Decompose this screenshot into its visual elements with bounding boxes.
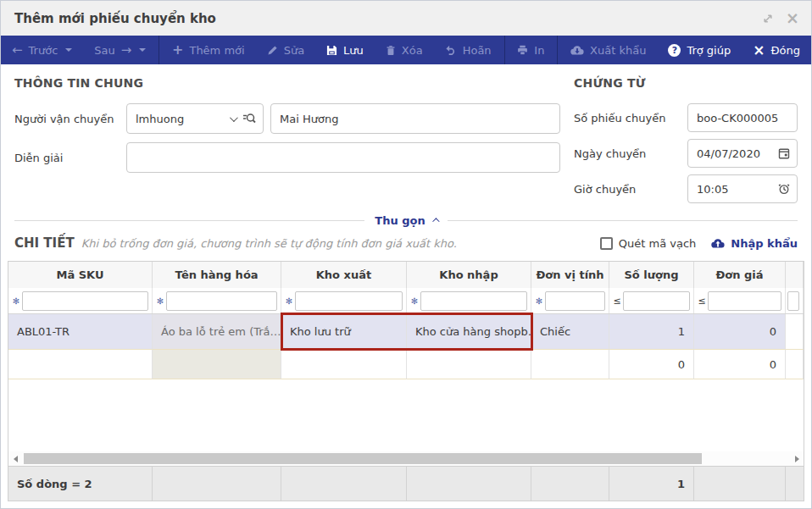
undo-icon <box>445 45 457 55</box>
transfer-time-input[interactable] <box>688 175 778 202</box>
filter-lte-icon[interactable]: ≤ <box>696 296 708 307</box>
description-label: Diễn giải <box>14 152 126 164</box>
cell-product[interactable]: Áo ba lỗ trẻ em (Trắ… <box>153 314 281 350</box>
cell-sku[interactable]: ABL01-TR <box>8 314 153 350</box>
footer-cell <box>153 467 281 501</box>
filter-contains-icon[interactable]: ✻ <box>533 296 545 306</box>
edit-button[interactable]: Sửa <box>256 36 315 64</box>
horizontal-scrollbar <box>8 451 804 466</box>
collapse-divider: Thu gọn <box>14 212 798 229</box>
filter-from-input[interactable] <box>295 291 403 311</box>
filter-unit-input[interactable] <box>545 291 605 311</box>
filter-extra-input[interactable] <box>787 291 799 311</box>
general-info-heading: THÔNG TIN CHUNG <box>14 76 560 90</box>
print-label: In <box>534 44 544 57</box>
search-icon[interactable] <box>242 112 256 125</box>
cell-price[interactable]: 0 <box>694 314 786 350</box>
filter-to-input[interactable] <box>420 291 527 311</box>
help-icon: ? <box>668 44 681 57</box>
document-heading: CHỨNG TỪ <box>574 76 798 90</box>
grid-row-2[interactable]: 0 0 <box>8 350 804 379</box>
filter-sku-input[interactable] <box>22 291 148 311</box>
carrier-combobox[interactable]: lmhuong <box>126 103 264 134</box>
close-button[interactable]: × Đóng <box>742 36 811 64</box>
scrollbar-track[interactable] <box>22 451 790 466</box>
cell-from-warehouse[interactable] <box>281 350 407 379</box>
col-header-qty[interactable]: Số lượng <box>609 262 694 288</box>
dialog-titlebar: Thêm mới phiếu chuyển kho × <box>1 1 811 36</box>
general-info-panel: THÔNG TIN CHUNG Người vận chuyển lmhuong <box>14 76 560 210</box>
cell-product[interactable] <box>153 350 281 379</box>
filter-contains-icon[interactable]: ✻ <box>10 296 22 306</box>
filter-qty-input[interactable] <box>623 291 690 311</box>
filter-lte-icon[interactable]: ≤ <box>611 296 623 307</box>
divider-line <box>14 220 364 221</box>
add-button[interactable]: + Thêm mới <box>161 36 256 64</box>
toolbar-separator <box>159 36 159 64</box>
grid-empty-area <box>8 379 804 451</box>
filter-contains-icon[interactable]: ✻ <box>409 296 420 306</box>
col-header-product[interactable]: Tên hàng hóa <box>153 262 281 288</box>
footer-cell <box>531 467 609 501</box>
undo-button[interactable]: Hoãn <box>434 36 503 64</box>
caret-down-icon <box>65 48 72 52</box>
cell-unit[interactable]: Chiếc <box>531 314 609 350</box>
detail-grid: Mã SKU Tên hàng hóa Kho xuất Kho nhập Đơ… <box>8 261 804 501</box>
next-button[interactable]: Sau → <box>83 36 157 64</box>
print-button[interactable]: In <box>506 36 555 64</box>
description-input[interactable] <box>126 142 560 173</box>
calendar-icon[interactable] <box>778 147 790 159</box>
plus-icon: + <box>172 43 183 57</box>
qty-total-value: 1 <box>609 467 694 501</box>
grid-row-1[interactable]: ABL01-TR Áo ba lỗ trẻ em (Trắ… Kho lưu t… <box>8 314 804 350</box>
delete-button[interactable]: Xóa <box>375 36 434 64</box>
save-icon <box>326 45 337 56</box>
col-header-sku[interactable]: Mã SKU <box>8 262 153 288</box>
import-button[interactable]: Nhập khẩu <box>711 237 798 250</box>
col-header-from-warehouse[interactable]: Kho xuất <box>281 262 407 288</box>
prev-button[interactable]: ← Trước <box>1 36 83 64</box>
filter-product-input[interactable] <box>166 291 277 311</box>
cell-unit[interactable] <box>531 350 609 379</box>
cell-from-warehouse[interactable]: Kho lưu trữ <box>281 314 407 350</box>
barcode-checkbox-wrap[interactable]: Quét mã vạch <box>600 237 697 250</box>
cell-qty[interactable]: 1 <box>609 314 694 350</box>
filter-price-input[interactable] <box>708 291 781 311</box>
scroll-right-icon[interactable] <box>790 451 804 466</box>
col-header-to-warehouse[interactable]: Kho nhập <box>407 262 531 288</box>
form-section: THÔNG TIN CHUNG Người vận chuyển lmhuong <box>1 64 811 210</box>
col-header-extra <box>786 262 804 288</box>
cell-sku[interactable] <box>8 350 153 379</box>
scroll-left-icon[interactable] <box>8 451 22 466</box>
cell-price[interactable]: 0 <box>694 350 786 379</box>
col-header-unit[interactable]: Đơn vị tính <box>531 262 609 288</box>
toolbar-separator <box>557 36 558 64</box>
cell-qty[interactable]: 0 <box>609 350 694 379</box>
collapse-toggle[interactable]: Thu gọn <box>375 214 437 227</box>
carrier-name-input[interactable] <box>270 103 560 134</box>
close-icon[interactable]: × <box>786 10 799 26</box>
detail-hint: Khi bỏ trống đơn giá, chương trình sẽ tự… <box>81 237 600 250</box>
transfer-dialog: Thêm mới phiếu chuyển kho × ← Trước Sau … <box>0 0 812 509</box>
pencil-icon <box>267 45 278 56</box>
cell-extra <box>786 314 804 350</box>
filter-contains-icon[interactable]: ✻ <box>283 296 295 306</box>
maximize-icon[interactable] <box>762 13 774 25</box>
footer-cell <box>694 467 786 501</box>
add-label: Thêm mới <box>189 44 244 57</box>
cloud-upload-icon <box>711 238 725 248</box>
scrollbar-thumb[interactable] <box>24 453 702 464</box>
clock-icon[interactable] <box>778 183 790 195</box>
cell-to-warehouse[interactable]: Kho cửa hàng shopb… <box>407 314 531 350</box>
transfer-date-input[interactable] <box>688 140 778 167</box>
filter-contains-icon[interactable]: ✻ <box>154 296 166 306</box>
doc-number-input[interactable] <box>687 103 798 132</box>
toolbar-separator <box>504 36 505 64</box>
barcode-label: Quét mã vạch <box>619 237 697 250</box>
export-button[interactable]: Xuất khẩu <box>559 36 657 64</box>
help-button[interactable]: ? Trợ giúp <box>657 36 742 64</box>
save-button[interactable]: Lưu <box>315 36 375 64</box>
cell-to-warehouse[interactable] <box>407 350 531 379</box>
col-header-price[interactable]: Đơn giá <box>694 262 786 288</box>
barcode-checkbox[interactable] <box>600 237 613 250</box>
